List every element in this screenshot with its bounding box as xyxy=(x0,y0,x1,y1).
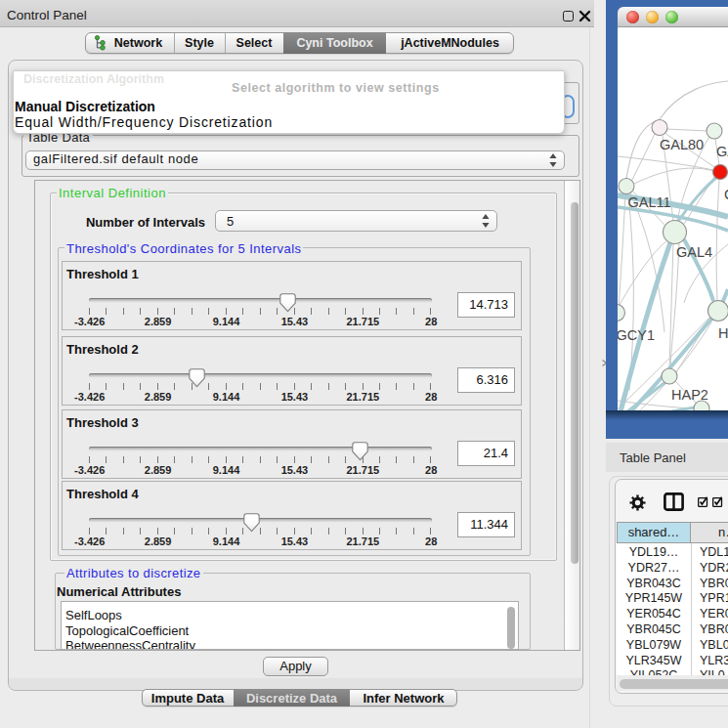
svg-text:GA: GA xyxy=(716,144,728,159)
svg-text:C: C xyxy=(724,187,728,202)
svg-text:H: H xyxy=(718,325,728,341)
svg-text:GAL11: GAL11 xyxy=(628,194,671,210)
svg-text:GCY1: GCY1 xyxy=(618,327,655,343)
svg-text:HAP2: HAP2 xyxy=(671,387,708,403)
svg-text:GAL4: GAL4 xyxy=(676,244,712,260)
svg-text:GAL80: GAL80 xyxy=(660,137,704,152)
